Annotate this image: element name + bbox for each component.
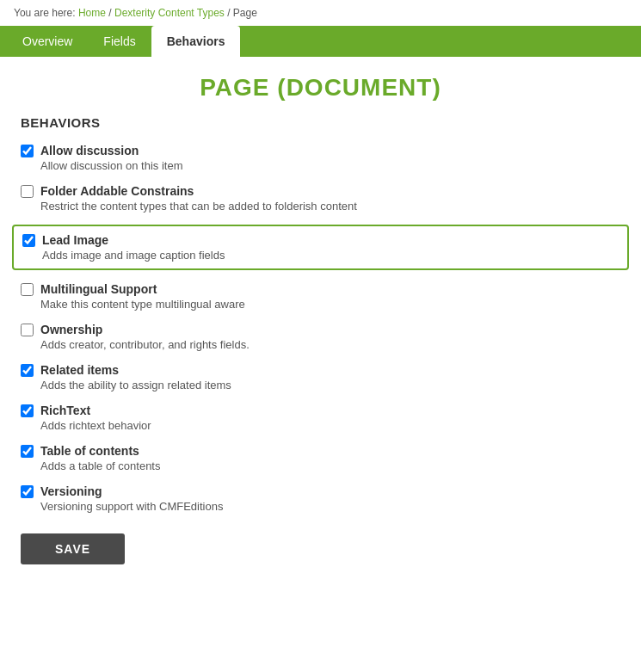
desc-versioning: Versioning support with CMFEditions	[40, 500, 620, 513]
tab-behaviors[interactable]: Behaviors	[151, 26, 241, 57]
breadcrumb-content-types[interactable]: Dexterity Content Types	[114, 7, 225, 19]
desc-multilingual: Make this content type multilingual awar…	[40, 298, 620, 311]
label-multilingual: Multilingual Support	[40, 282, 157, 296]
checkbox-richtext[interactable]	[21, 404, 34, 417]
save-button[interactable]: SAVE	[21, 533, 125, 564]
behaviors-list: Allow discussion Allow discussion on thi…	[21, 144, 620, 513]
behavior-folder-addable: Folder Addable Constrains Restrict the c…	[21, 184, 620, 213]
checkbox-ownership[interactable]	[21, 324, 34, 336]
tab-bar: Overview Fields Behaviors	[0, 26, 641, 57]
checkbox-folder-addable[interactable]	[21, 185, 34, 198]
label-toc: Table of contents	[40, 444, 139, 458]
behavior-versioning: Versioning Versioning support with CMFEd…	[21, 484, 620, 513]
checkbox-related-items[interactable]	[21, 364, 34, 377]
desc-allow-discussion: Allow discussion on this item	[40, 159, 620, 172]
behavior-allow-discussion: Allow discussion Allow discussion on thi…	[21, 144, 620, 172]
label-versioning: Versioning	[40, 484, 102, 498]
breadcrumb-prefix: You are here:	[14, 7, 78, 19]
section-heading: BEHAVIORS	[21, 115, 620, 130]
checkbox-multilingual[interactable]	[21, 283, 34, 296]
tab-overview[interactable]: Overview	[7, 26, 88, 57]
label-lead-image: Lead Image	[42, 233, 108, 247]
content-area: BEHAVIORS Allow discussion Allow discuss…	[0, 115, 641, 585]
checkbox-toc[interactable]	[21, 445, 34, 458]
checkbox-lead-image[interactable]	[22, 234, 35, 247]
desc-lead-image: Adds image and image caption fields	[42, 249, 619, 262]
behavior-multilingual: Multilingual Support Make this content t…	[21, 282, 620, 311]
checkbox-versioning[interactable]	[21, 485, 34, 498]
label-folder-addable: Folder Addable Constrains	[40, 184, 194, 198]
behavior-related-items: Related items Adds the ability to assign…	[21, 363, 620, 391]
desc-ownership: Adds creator, contributor, and rights fi…	[40, 338, 620, 351]
desc-richtext: Adds richtext behavior	[40, 419, 620, 432]
behavior-toc: Table of contents Adds a table of conten…	[21, 444, 620, 472]
label-richtext: RichText	[40, 404, 90, 417]
tab-fields[interactable]: Fields	[88, 26, 151, 57]
breadcrumb: You are here: Home / Dexterity Content T…	[0, 0, 641, 26]
behavior-ownership: Ownership Adds creator, contributor, and…	[21, 323, 620, 351]
label-allow-discussion: Allow discussion	[40, 144, 139, 157]
label-related-items: Related items	[40, 363, 119, 377]
breadcrumb-current: Page	[233, 7, 257, 19]
desc-related-items: Adds the ability to assign related items	[40, 379, 620, 391]
page-title: PAGE (DOCUMENT)	[0, 57, 641, 115]
label-ownership: Ownership	[40, 323, 102, 336]
breadcrumb-home[interactable]: Home	[78, 7, 106, 19]
behavior-lead-image: Lead Image Adds image and image caption …	[12, 225, 629, 270]
behavior-richtext: RichText Adds richtext behavior	[21, 404, 620, 432]
desc-folder-addable: Restrict the content types that can be a…	[40, 200, 620, 213]
checkbox-allow-discussion[interactable]	[21, 145, 34, 157]
desc-toc: Adds a table of contents	[40, 459, 620, 472]
